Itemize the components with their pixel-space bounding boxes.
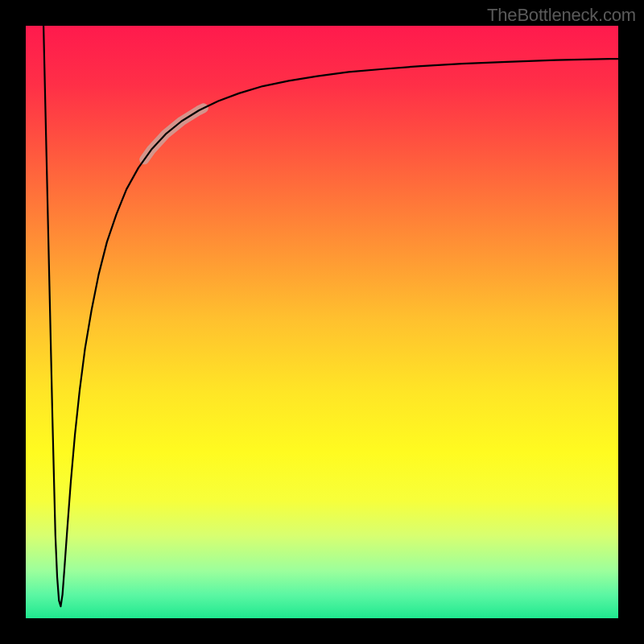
plot-area: [26, 26, 618, 618]
curve-layer: [26, 26, 618, 618]
watermark-text: TheBottleneck.com: [487, 5, 636, 26]
curve-highlight: [144, 108, 204, 159]
chart-frame: TheBottleneck.com: [0, 0, 644, 644]
curve-line: [43, 26, 618, 606]
